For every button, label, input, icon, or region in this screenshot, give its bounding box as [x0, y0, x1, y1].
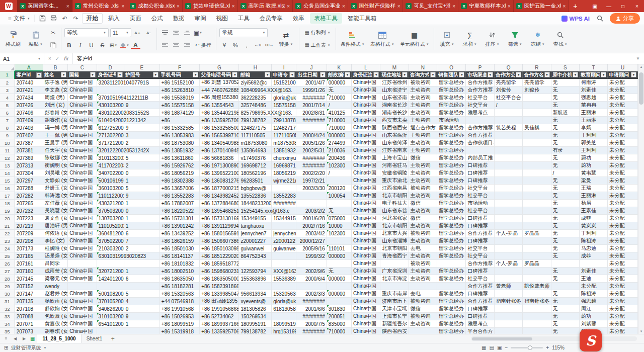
cell[interactable]: 1999/1/26: [296, 86, 327, 94]
cell[interactable]: 200436: [327, 154, 351, 162]
cell[interactable]: 梁曼: [579, 177, 607, 185]
cell[interactable]: 湖南省长沙: [380, 109, 409, 117]
cell[interactable]: 未分配: [608, 147, 638, 154]
cell[interactable]: 指南针张冬: [523, 298, 551, 305]
cell[interactable]: +86 18002510: [159, 268, 199, 275]
cell[interactable]: +86 15926762: [159, 162, 199, 169]
cell[interactable]: [494, 177, 522, 185]
filter-button[interactable]: 筛选▼: [505, 27, 525, 51]
cell[interactable]: 杨眉: [579, 200, 607, 207]
cell[interactable]: 新航道: [551, 109, 579, 117]
cell[interactable]: 3: [124, 132, 159, 139]
sum-button[interactable]: ∑ 求和▼: [460, 27, 480, 51]
cell[interactable]: 5: [124, 185, 159, 192]
cell[interactable]: 陕西省西安: [380, 124, 409, 132]
cell[interactable]: 市场活动: [466, 200, 494, 207]
cell[interactable]: 未分配: [608, 298, 638, 305]
cell[interactable]: 180995191: [239, 320, 272, 328]
cell[interactable]: 刘素佳: [579, 86, 607, 94]
cell[interactable]: 未分配: [608, 207, 638, 215]
cell[interactable]: jennychen(: [272, 230, 296, 237]
cell[interactable]: 刘素佳: [579, 268, 607, 275]
align-right-icon[interactable]: [182, 41, 192, 50]
cell[interactable]: 32072120020906008: [97, 268, 124, 275]
cell[interactable]: 未分配: [608, 154, 638, 162]
cell[interactable]: 韩涛远 (女: [43, 192, 68, 200]
cell[interactable]: [494, 109, 522, 117]
cell[interactable]: 被动咨询: [409, 185, 437, 192]
cell[interactable]: 王丽淋: [579, 117, 607, 124]
cell[interactable]: 0: [124, 169, 159, 177]
cell[interactable]: +86 1335925706: [200, 117, 239, 124]
cell[interactable]: ########: [296, 313, 327, 320]
cell[interactable]: 169698712: [239, 162, 272, 169]
cell[interactable]: 1: [124, 177, 159, 185]
cell[interactable]: 207219: [15, 222, 43, 230]
cell[interactable]: 留学总经办: [437, 305, 466, 313]
cell[interactable]: [494, 268, 522, 275]
currency-icon[interactable]: ¥: [219, 41, 229, 50]
cell[interactable]: 无: [327, 207, 351, 215]
cell[interactable]: 102300: [327, 230, 351, 237]
row-number-11[interactable]: 11: [0, 147, 15, 154]
cell[interactable]: China中国: [351, 185, 380, 192]
filter-dropdown-icon[interactable]: ▼: [459, 72, 464, 77]
cell[interactable]: [523, 215, 551, 222]
cell[interactable]: [494, 222, 522, 230]
header-cell[interactable]: 申请专用▼: [272, 71, 296, 79]
cell[interactable]: China中国: [351, 313, 380, 320]
cell[interactable]: +86 18626159: [159, 237, 199, 245]
cell[interactable]: 吴佳祺: [523, 124, 551, 132]
row-number-4[interactable]: 4: [0, 94, 15, 102]
cell[interactable]: 北京市朝阳: [380, 222, 409, 230]
filter-dropdown-icon[interactable]: ▼: [193, 72, 198, 77]
cell[interactable]: 710000: [327, 328, 351, 334]
cell[interactable]: [523, 313, 551, 320]
cell[interactable]: 135864693: [239, 147, 272, 154]
paste-button[interactable]: 粘贴▼: [26, 27, 46, 51]
cell[interactable]: China中国: [68, 109, 97, 117]
cell[interactable]: 周江: [579, 305, 607, 313]
cell[interactable]: China中国: [68, 298, 97, 305]
cell[interactable]: China中国: [68, 215, 97, 222]
cell[interactable]: 未分配: [608, 290, 638, 298]
cell[interactable]: [239, 260, 272, 268]
filter-dropdown-icon[interactable]: ▼: [289, 72, 295, 77]
cell[interactable]: 未分配: [608, 268, 638, 275]
cell[interactable]: ########: [296, 117, 327, 124]
cell[interactable]: +86 18220522: [159, 207, 199, 215]
cell[interactable]: 曾老师: [494, 283, 522, 290]
row-number-25[interactable]: 25: [0, 252, 15, 260]
cell[interactable]: 济南市历下: [380, 298, 409, 305]
cell[interactable]: China中国: [351, 215, 380, 222]
cell[interactable]: 北京市朝阳: [380, 245, 409, 252]
cell[interactable]: z20001227(: [272, 237, 296, 245]
cell[interactable]: 2000/7/5: [296, 320, 327, 328]
cell[interactable]: +86 18595187720: [200, 260, 239, 268]
home-button[interactable]: W: [0, 0, 17, 12]
cell[interactable]: 无: [551, 139, 579, 147]
cell[interactable]: 9: [124, 313, 159, 320]
cell[interactable]: [380, 283, 409, 290]
cell[interactable]: 无: [551, 185, 579, 192]
cell[interactable]: 周煜 (男): [43, 94, 68, 102]
cell[interactable]: [523, 139, 551, 147]
header-cell[interactable]: 申请顾问▼: [608, 71, 638, 79]
system-plugin-label[interactable]: 业财管理系统: [11, 344, 41, 351]
cell[interactable]: 2001/4/7: [296, 79, 327, 86]
cell[interactable]: 207152: [15, 283, 43, 290]
sheet-tab-0[interactable]: 11_28_5_1000: [37, 334, 81, 343]
cell[interactable]: 138519326: [272, 147, 296, 154]
menu-tab-11[interactable]: 智能工具箱: [343, 13, 381, 24]
cell[interactable]: [494, 169, 522, 177]
vertical-scrollbar-thumb[interactable]: [639, 72, 643, 105]
print-icon[interactable]: [49, 14, 59, 23]
menu-tab-10[interactable]: 表格工具: [310, 13, 342, 24]
scroll-down-icon[interactable]: ▼: [638, 330, 644, 333]
cell[interactable]: 冯一博 (男: [43, 124, 68, 132]
column-header-R[interactable]: R: [523, 64, 551, 71]
file-tab-5[interactable]: X公务员国企事业单...×: [293, 0, 348, 12]
row-number-29[interactable]: 29: [0, 283, 15, 290]
cell[interactable]: +86 18501030: [159, 245, 199, 252]
cell[interactable]: 上海市长宁: [380, 313, 409, 320]
